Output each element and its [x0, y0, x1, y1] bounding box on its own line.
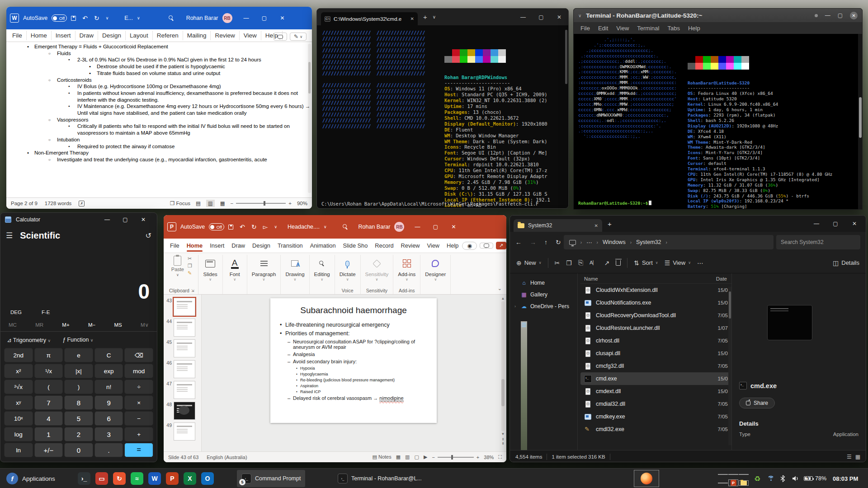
avatar[interactable]: RB	[394, 222, 404, 232]
tab-dropdown-icon[interactable]: ∨	[433, 14, 436, 19]
maximize-button[interactable]: ▢	[255, 15, 274, 21]
search-icon[interactable]	[169, 15, 174, 21]
file-row[interactable]: CloudIdWxhExtension.dll 15/0	[580, 284, 731, 296]
launcher-icon[interactable]: O	[201, 472, 214, 485]
file-row[interactable]: CloudRestoreLauncher.dll 1/07	[580, 322, 731, 334]
terminal-scrollbar[interactable]	[858, 34, 862, 209]
tray-slot[interactable]	[718, 483, 728, 483]
word-ribbon-tab[interactable]: Design	[98, 31, 126, 40]
history-icon[interactable]: ↺	[146, 231, 151, 240]
calculator-key[interactable]: 4	[34, 411, 63, 426]
calculator-mode[interactable]: Scientific	[20, 230, 60, 241]
slide-thumbnail[interactable]: 46	[164, 359, 201, 380]
file-row[interactable]: cmdl32.exe 7/05	[580, 423, 731, 436]
slide-scrollbar[interactable]: ▲▼⇞⇟	[500, 296, 505, 446]
new-button[interactable]: ⊕ New ∨	[516, 259, 542, 267]
calculator-key[interactable]: 0	[64, 443, 93, 457]
notes-button[interactable]: ▤ Notes	[373, 454, 392, 460]
calculator-key[interactable]: 2	[64, 427, 93, 441]
copy-icon[interactable]: ❐	[188, 263, 192, 269]
web-layout-icon[interactable]: ▦	[220, 200, 225, 206]
launcher-icon[interactable]: P	[166, 472, 179, 485]
sidebar-item[interactable]: ▥ Desktop ✱	[510, 319, 577, 450]
terminal-menu-item[interactable]: File	[576, 25, 594, 32]
tray-slot[interactable]	[718, 474, 728, 475]
slide-indicator[interactable]: Slide 43 of 63	[168, 455, 198, 460]
focus-button[interactable]: ❐ Focus	[170, 200, 190, 206]
sidebar-item[interactable]: ▦ Gallery	[510, 289, 577, 300]
memory-button[interactable]: MC	[9, 322, 17, 328]
comments-button[interactable]	[274, 33, 287, 41]
refresh-button[interactable]: ↻	[556, 239, 561, 246]
window-menu-icon[interactable]: ∨	[578, 13, 581, 18]
terminal-menu-item[interactable]: Help	[684, 25, 704, 32]
format-painter-icon[interactable]: ✎	[188, 270, 192, 276]
calculator-key[interactable]: +	[124, 427, 153, 441]
cut-icon[interactable]: ✂	[555, 259, 560, 267]
normal-view-icon[interactable]: ▦	[396, 454, 401, 460]
fit-slide-icon[interactable]: ⛶	[498, 454, 502, 460]
minimize-button[interactable]: —	[825, 12, 830, 19]
file-row[interactable]: clusapi.dll 15/0	[580, 347, 731, 360]
copy-icon[interactable]: ❐	[566, 259, 572, 267]
ppt-ribbon-tab[interactable]: File	[166, 240, 183, 251]
minimize-button[interactable]: —	[98, 217, 116, 222]
memory-button[interactable]: MR	[35, 322, 43, 328]
calculator-key[interactable]: 1	[34, 427, 63, 441]
word-ribbon-tab[interactable]: Mailing	[183, 31, 211, 40]
slideshow-icon[interactable]: ▶	[424, 454, 427, 460]
calculator-key[interactable]: 2nd	[4, 348, 33, 362]
tab-close-icon[interactable]: ✕	[594, 223, 598, 228]
close-button[interactable]: ✕	[550, 14, 568, 20]
terminal-output[interactable]: .',;::::;,'. .';:cccccccccccc:;,. .;cccc…	[574, 34, 862, 209]
calculator-key[interactable]: x²	[4, 364, 33, 378]
calculator-key[interactable]: +/−	[34, 443, 63, 457]
redo-icon[interactable]: ↻	[94, 14, 99, 22]
fe-button[interactable]: F-E	[42, 310, 50, 315]
firefox-tray-button[interactable]	[634, 470, 659, 487]
taskbar-clock[interactable]: 08:03 PM	[833, 469, 858, 488]
hamburger-menu-icon[interactable]: ☰	[6, 231, 13, 240]
file-row[interactable]: cmcfg32.dll 7/05	[580, 360, 731, 372]
wifi-icon[interactable]	[767, 469, 774, 488]
zoom-level[interactable]: 38%	[484, 455, 494, 460]
memory-button[interactable]: M+	[62, 322, 69, 328]
word-doc-title[interactable]: E...	[124, 15, 133, 21]
word-ribbon-tab[interactable]: Home	[27, 31, 52, 40]
calculator-key[interactable]: ÷	[124, 380, 153, 394]
large-icons-view-icon[interactable]: ▦	[855, 454, 860, 460]
record-button[interactable]: ◉	[462, 242, 476, 250]
slide-title[interactable]: Subarachnoid haemorrhage	[278, 305, 429, 315]
sort-button[interactable]: ⇅ Sort ∨	[634, 259, 658, 267]
sidebar-item[interactable]: ⌂ Home	[510, 277, 577, 289]
ppt-ribbon-tab[interactable]: Transition	[274, 240, 307, 251]
print-layout-icon[interactable]: ▥	[206, 200, 215, 207]
battery-indicator[interactable]: ϟ 78%	[804, 469, 826, 488]
close-button[interactable]: ✕	[134, 217, 152, 222]
ppt-ribbon-tab[interactable]: Insert	[206, 240, 228, 251]
calculator-key[interactable]: log	[4, 427, 33, 441]
file-row[interactable]: cmdext.dll 15/0	[580, 385, 731, 398]
zoom-slider[interactable]: −+	[231, 201, 292, 206]
close-button[interactable]: ✕	[444, 224, 462, 230]
redo-icon[interactable]: ↻	[251, 223, 257, 230]
volume-icon[interactable]	[792, 469, 799, 488]
close-button[interactable]: ✕	[274, 15, 292, 21]
calculator-key[interactable]: 9	[94, 395, 123, 410]
word-ribbon-tab[interactable]: Referen	[153, 31, 183, 40]
expand-chevron-icon[interactable]: ›	[514, 304, 518, 309]
breadcrumb-ellipsis[interactable]: ⋯	[586, 239, 592, 246]
ribbon-collapse-icon[interactable]: ⌄	[498, 286, 502, 291]
calculator-key[interactable]: ×	[124, 395, 153, 410]
file-row[interactable]: cmd.exe 15/0	[580, 372, 731, 385]
slide-sorter-icon[interactable]: ▥	[405, 454, 410, 460]
deg-button[interactable]: DEG	[10, 310, 22, 315]
tray-slot[interactable]	[728, 474, 738, 475]
calculator-key[interactable]: mod	[124, 364, 153, 378]
ribbon-group[interactable]: Slides ∨	[198, 255, 223, 294]
function-dropdown[interactable]: ƒ Function ∨	[62, 337, 93, 343]
cmd-terminal-output[interactable]: ///////////////// ///////////////// ////…	[317, 25, 568, 209]
minimize-button[interactable]: —	[808, 221, 825, 226]
list-scrollbar[interactable]	[728, 287, 731, 445]
trigonometry-dropdown[interactable]: ⊿ Trigonometry ∨	[7, 337, 51, 343]
